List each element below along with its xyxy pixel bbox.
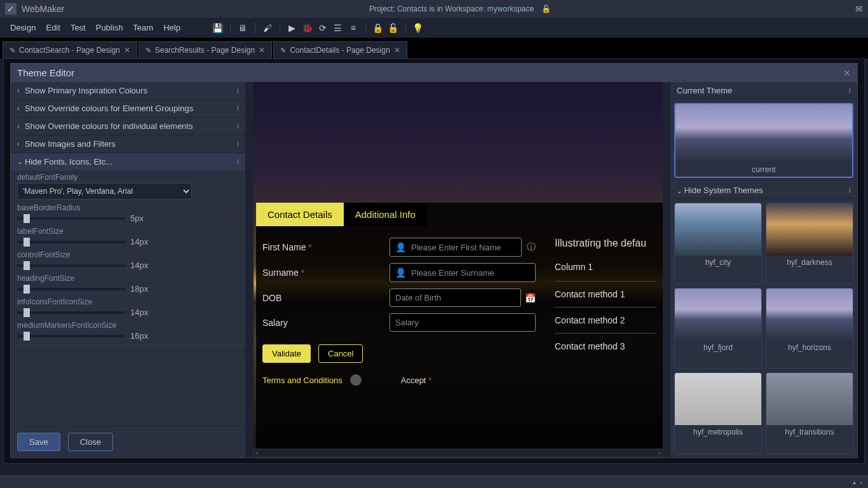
theme-label: hyf_darkness [766, 255, 853, 269]
info-icon[interactable]: i [237, 139, 239, 149]
input-firstname[interactable]: 👤Please Enter First Name [390, 238, 522, 257]
info-icon[interactable]: ⓘ [527, 241, 536, 253]
menu-design[interactable]: Design [5, 23, 41, 32]
edit-icon: ✎ [146, 46, 151, 55]
tab-searchresults[interactable]: ✎ SearchResults - Page Design ✕ [139, 41, 272, 58]
lock-open-icon[interactable]: 🔓 [386, 21, 400, 35]
theme-sections: ›Show Primary Inspiration Coloursi ›Show… [11, 82, 245, 426]
current-theme-header: Current Theme i [670, 82, 857, 99]
menu-team[interactable]: Team [128, 23, 158, 32]
tab-contactdetails[interactable]: ✎ ContactDetails - Page Design ✕ [273, 41, 407, 58]
theme-card-hyf_city[interactable]: hyf_city [674, 203, 762, 284]
table-row: Contact method 2 [555, 307, 656, 333]
current-theme-card[interactable]: current [674, 103, 853, 178]
tab-contact-details[interactable]: Contact Details [256, 203, 344, 226]
section-override-groupings[interactable]: ›Show Override colours for Element Group… [11, 100, 245, 117]
brush-icon[interactable]: 🖌 [261, 21, 275, 35]
lock-closed-icon[interactable]: 🔒 [371, 21, 385, 35]
slider-labelFontSize[interactable] [17, 241, 125, 243]
theme-card-hyf_horizons[interactable]: hyf_horizons [766, 288, 853, 369]
play-icon[interactable]: ▶ [285, 21, 299, 35]
workspace-link[interactable]: myworkspace [487, 4, 534, 13]
theme-label: hyf_transitions [766, 425, 853, 439]
font-family-select[interactable]: 'Maven Pro', Play, Verdana, Arial [17, 183, 192, 200]
input-salary[interactable]: Salary [390, 313, 536, 332]
dialog-close-icon[interactable]: ✕ [843, 68, 851, 78]
section-images-filters[interactable]: ›Show Images and Filtersi [11, 135, 245, 152]
info-icon[interactable]: i [237, 121, 239, 131]
menu-publish[interactable]: Publish [91, 23, 128, 32]
scrollbar[interactable] [246, 82, 254, 458]
theme-card-hyf_transitions[interactable]: hyf_transitions [766, 372, 853, 454]
desktop-icon[interactable]: 🖥 [236, 21, 250, 35]
preview-tabs: Contact Details Additional Info [256, 203, 663, 226]
info-icon[interactable]: i [848, 185, 851, 195]
theme-card-hyf_metropolis[interactable]: hyf_metropolis [674, 372, 762, 454]
menu-edit[interactable]: Edit [41, 23, 65, 32]
refresh-icon[interactable]: ⟳ [316, 21, 330, 35]
slider-headingFontSize[interactable] [17, 288, 125, 290]
system-themes-header[interactable]: ⌄ Hide System Themes i [670, 182, 857, 199]
save-icon[interactable]: 💾 [211, 21, 225, 35]
project-info: Project: Contacts is in Workspace: mywor… [64, 4, 855, 13]
close-icon[interactable]: ✕ [259, 46, 265, 55]
menu-test[interactable]: Test [65, 23, 91, 32]
menu-help[interactable]: Help [158, 23, 186, 32]
save-button[interactable]: Save [17, 433, 60, 451]
bulb-icon[interactable]: 💡 [411, 21, 425, 35]
tab-additional-info[interactable]: Additional Info [344, 203, 427, 226]
tab-contactsearch[interactable]: ✎ ContactSearch - Page Design ✕ [3, 41, 137, 58]
info-icon[interactable]: i [237, 86, 239, 95]
mail-icon[interactable]: ✉ [855, 4, 863, 14]
section-override-elements[interactable]: ›Show Override colours for individual el… [11, 118, 245, 135]
input-dob[interactable]: Date of Birth [390, 288, 521, 307]
calendar-icon[interactable]: 📅 [525, 293, 536, 303]
chevron-right-icon: › [17, 105, 25, 112]
theme-props-panel: ›Show Primary Inspiration Coloursi ›Show… [11, 82, 246, 458]
project-link[interactable]: Contacts [397, 4, 427, 13]
prop-label: baseBorderRadius [17, 203, 239, 212]
app-title: WebMaker [22, 4, 64, 14]
close-icon[interactable]: ✕ [394, 46, 400, 55]
app-logo: ✓ [5, 3, 17, 15]
list-icon[interactable]: ☰ [331, 21, 345, 35]
theme-card-hyf_darkness[interactable]: hyf_darkness [766, 203, 853, 284]
input-surname[interactable]: 👤Please Enter Surname [390, 263, 536, 282]
validate-button[interactable]: Validate [262, 344, 311, 363]
theme-thumbnail [675, 203, 761, 255]
info-icon[interactable]: i [237, 157, 239, 166]
stack-icon[interactable]: ≡ [346, 21, 360, 35]
theme-card-hyf_fjord[interactable]: hyf_fjord [674, 288, 762, 369]
close-button[interactable]: Close [68, 433, 113, 451]
slider-mediumMarkersFontIconSize[interactable] [17, 335, 125, 337]
column-header: Column 1 [555, 262, 656, 272]
chevron-down-icon: ⌄ [677, 187, 682, 194]
chevron-right-icon: › [17, 140, 25, 147]
slider-baseBorderRadius[interactable] [17, 217, 125, 220]
slider-controlFontSize[interactable] [17, 264, 125, 267]
section-fonts-icons[interactable]: ⌄Hide Fonts, Icons, Etc...i [11, 153, 245, 170]
info-icon[interactable]: i [237, 104, 239, 113]
theme-thumbnail [675, 288, 761, 341]
horizontal-scrollbar[interactable]: ‹› [254, 449, 663, 458]
chevron-down-icon: ⌄ [17, 158, 25, 165]
terms-toggle[interactable] [350, 374, 362, 386]
theme-label: hyf_city [675, 255, 761, 269]
preview-heading: Illustrating the defau [555, 238, 656, 249]
scrollbar[interactable] [663, 82, 670, 458]
workspace: Theme Editor ✕ ›Show Primary Inspiration… [3, 58, 865, 464]
bug-icon[interactable]: 🐞 [301, 21, 315, 35]
theme-thumbnail [766, 373, 853, 425]
slider-value: 14px [130, 308, 148, 317]
section-primary-colours[interactable]: ›Show Primary Inspiration Coloursi [11, 82, 245, 99]
theme-label: hyf_fjord [675, 341, 761, 355]
label-surname: Surname * [262, 268, 390, 278]
chevron-up-icon[interactable]: ▴ [860, 478, 863, 485]
info-icon[interactable]: i [848, 85, 851, 95]
cancel-button[interactable]: Cancel [318, 344, 363, 363]
slider-infoIconsFontIconSize[interactable] [17, 311, 125, 314]
chevron-up-icon[interactable]: ▴ [853, 478, 856, 485]
lock-icon[interactable]: 🔓 [541, 4, 551, 13]
accept-label: Accept * [401, 376, 431, 385]
close-icon[interactable]: ✕ [124, 46, 130, 55]
